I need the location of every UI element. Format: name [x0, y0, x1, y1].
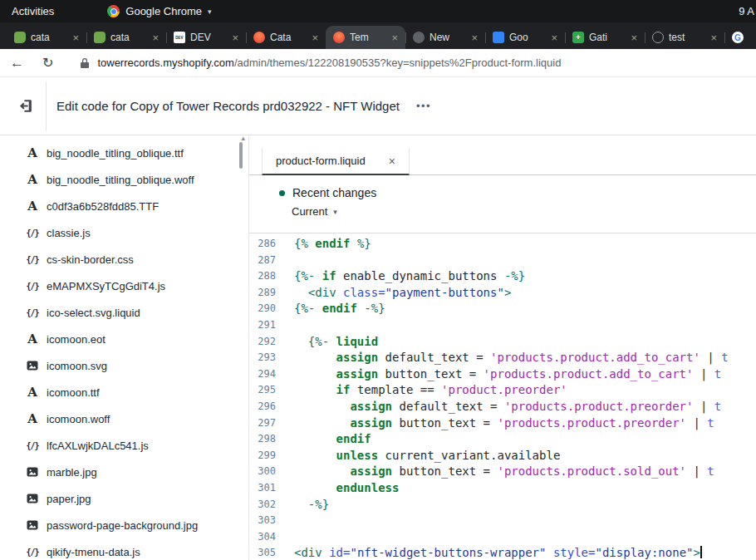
code-text[interactable]: -%}: [282, 497, 756, 513]
file-item[interactable]: marble.jpg: [0, 459, 248, 485]
browser-tab[interactable]: DEVDEV×: [166, 26, 246, 49]
code-line: 293 assign default_text = 'products.prod…: [249, 350, 756, 366]
code-file-icon: {/}: [25, 228, 40, 238]
tab-title: cata: [110, 32, 147, 43]
tab-close-icon[interactable]: ×: [710, 32, 717, 43]
file-item[interactable]: paper.jpg: [0, 485, 248, 512]
address-bar[interactable]: towerrecords.myshopify.com/admin/themes/…: [80, 56, 746, 69]
line-number: 296: [249, 399, 282, 415]
file-item[interactable]: {/}lfcAXLwjkDALc541.js: [0, 432, 248, 459]
tab-title: Goo: [509, 32, 546, 43]
file-name: c0df3a6b528fdd85.TTF: [47, 200, 159, 213]
file-item[interactable]: {/}eMAPMXSyTCgGdiT4.js: [0, 273, 248, 299]
code-text[interactable]: [282, 513, 756, 529]
browser-tab[interactable]: G: [724, 26, 756, 49]
tab-title: DEV: [190, 32, 227, 43]
tab-close-icon[interactable]: ×: [312, 32, 318, 43]
file-item[interactable]: Ac0df3a6b528fdd85.TTF: [0, 193, 248, 219]
tab-close-icon[interactable]: ×: [551, 32, 557, 43]
scrollbar-thumb[interactable]: [239, 142, 243, 169]
url-domain: towerrecords.myshopify.com: [97, 56, 233, 69]
chrome-app-menu[interactable]: Google Chrome ▾: [107, 5, 211, 17]
file-name: cs-skin-border.css: [47, 253, 134, 266]
tab-title: Cata: [270, 32, 307, 43]
browser-tab[interactable]: cata×: [86, 26, 166, 49]
browser-tab[interactable]: test×: [645, 26, 724, 49]
file-item[interactable]: icomoon.svg: [0, 352, 248, 379]
file-name: ico-select.svg.liquid: [47, 307, 140, 319]
code-text[interactable]: [282, 529, 756, 546]
file-item[interactable]: Aicomoon.eot: [0, 326, 248, 352]
file-item[interactable]: Abig_noodle_titling_oblique.woff: [0, 166, 248, 193]
file-item[interactable]: {/}qikify-tmenu-data.js: [0, 538, 248, 560]
code-line: 286{% endif %}: [249, 236, 756, 253]
file-item[interactable]: Aicomoon.ttf: [0, 379, 248, 405]
tab-close-icon[interactable]: ×: [152, 32, 159, 43]
code-text[interactable]: endunless: [282, 480, 756, 497]
code-text[interactable]: {%- endif -%}: [282, 301, 756, 317]
code-text[interactable]: if template == 'product.preorder': [282, 382, 756, 399]
editor-tab[interactable]: product-form.liquid ×: [262, 148, 410, 175]
activities-button[interactable]: Activities: [8, 3, 57, 19]
page-title: Edit code for Copy of Tower Records prd0…: [56, 99, 400, 113]
clock[interactable]: 9 A: [739, 5, 754, 17]
tab-close-icon[interactable]: ×: [232, 32, 238, 43]
globe-favicon: [652, 32, 664, 43]
code-file-icon: {/}: [25, 255, 40, 264]
tab-close-icon[interactable]: ×: [389, 155, 395, 168]
browser-tab[interactable]: +Gati×: [565, 26, 645, 49]
tab-close-icon[interactable]: ×: [391, 32, 398, 43]
reload-icon[interactable]: ↻: [42, 56, 53, 70]
file-name: classie.js: [47, 227, 91, 239]
code-text[interactable]: [282, 253, 756, 269]
code-file-icon: {/}: [25, 548, 40, 557]
browser-tab[interactable]: Tem×: [326, 26, 405, 49]
tab-close-icon[interactable]: ×: [631, 32, 637, 43]
file-name: marble.jpg: [47, 466, 97, 479]
line-number: 300: [249, 464, 282, 480]
browser-tab[interactable]: New×: [405, 26, 485, 49]
code-text[interactable]: assign button_text = 'products.product.a…: [282, 366, 756, 383]
exit-editor-button[interactable]: [14, 97, 36, 115]
font-file-icon: A: [25, 199, 40, 214]
file-name: big_noodle_titling_oblique.ttf: [47, 147, 184, 160]
lock-icon: [80, 57, 90, 68]
file-item[interactable]: password-page-background.jpg: [0, 512, 248, 538]
code-text[interactable]: {%- if enable_dynamic_buttons -%}: [282, 268, 756, 285]
file-item[interactable]: {/}cs-skin-border.css: [0, 246, 248, 273]
code-text[interactable]: {% endif %}: [282, 236, 756, 253]
code-line: 303: [249, 513, 756, 529]
code-text[interactable]: [282, 317, 756, 334]
code-text[interactable]: unless current_variant.available: [282, 448, 756, 464]
file-item[interactable]: Aicomoon.woff: [0, 405, 248, 432]
tab-close-icon[interactable]: ×: [72, 32, 79, 43]
font-file-icon: A: [25, 172, 40, 187]
back-icon[interactable]: ←: [10, 56, 24, 70]
chevron-down-icon: ▾: [208, 7, 212, 16]
browser-tab[interactable]: cata×: [7, 26, 86, 49]
code-text[interactable]: {%- liquid: [282, 334, 756, 351]
code-text[interactable]: assign button_text = 'products.product.s…: [282, 464, 756, 480]
line-number: 303: [249, 513, 282, 529]
scrollbar-up-icon[interactable]: ▴: [241, 135, 245, 142]
more-actions-button[interactable]: •••: [413, 96, 434, 115]
code-file-icon: {/}: [25, 441, 40, 450]
code-text[interactable]: <div class="payment-buttons">: [282, 285, 756, 302]
code-text[interactable]: <div id="nft-widget-buttons-wrapper" sty…: [282, 545, 756, 560]
code-text[interactable]: assign default_text = 'products.product.…: [282, 399, 756, 415]
code-text[interactable]: assign button_text = 'products.product.p…: [282, 415, 756, 432]
tab-close-icon[interactable]: ×: [471, 32, 478, 43]
browser-tab[interactable]: Goo×: [485, 26, 565, 49]
chrome-logo-icon: [107, 5, 120, 17]
header-divider: [46, 81, 47, 131]
browser-tab[interactable]: Cata×: [246, 26, 326, 49]
code-text[interactable]: assign default_text = 'products.product.…: [282, 350, 756, 366]
file-item[interactable]: {/}classie.js: [0, 219, 248, 246]
file-item[interactable]: Abig_noodle_titling_oblique.ttf: [0, 140, 248, 166]
code-text[interactable]: endif: [282, 431, 756, 448]
version-dropdown[interactable]: Current ▾: [279, 205, 371, 218]
file-name: icomoon.woff: [47, 413, 110, 425]
line-number: 287: [249, 253, 282, 269]
file-item[interactable]: {/}ico-select.svg.liquid: [0, 299, 248, 326]
line-number: 289: [249, 285, 282, 302]
